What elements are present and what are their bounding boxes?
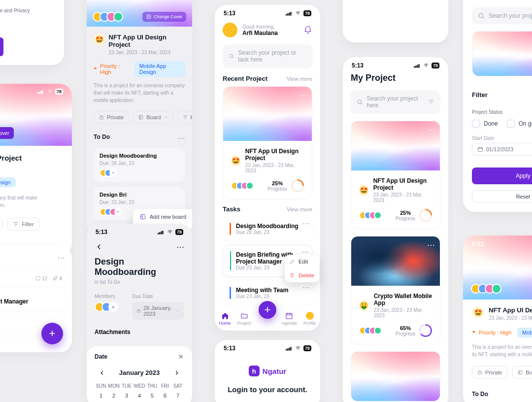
change-cover-button[interactable]: Change Cover	[142, 12, 186, 22]
detail-desc-frag: n overseas company that will make a mobi…	[0, 194, 63, 209]
signup-button[interactable]: Sign up	[0, 37, 3, 56]
view-more[interactable]: View more	[287, 76, 312, 82]
project-title[interactable]: Crypto Wallet Mobile App	[374, 293, 432, 306]
signal-icon	[286, 11, 293, 16]
status-time: 5:13	[224, 345, 235, 352]
more-icon[interactable]: ⋯	[302, 220, 309, 228]
priority-flag: Priority : High	[94, 63, 130, 75]
filter-done[interactable]: Done	[472, 120, 498, 128]
board-chip[interactable]: Board	[133, 111, 173, 124]
detail-tag[interactable]: Mobile App Design	[134, 61, 185, 77]
project-dates: 23 Jan, 2023 - 23 Mar, 2023	[373, 192, 432, 203]
status-time: 5:13	[224, 10, 235, 17]
wifi-icon	[423, 63, 430, 68]
task-title: g with Project Manager	[0, 298, 28, 305]
nav-profile[interactable]: Profile	[303, 312, 316, 326]
status-icons: 78	[286, 345, 311, 351]
tasks-title: Tasks	[223, 205, 240, 213]
svg-rect-28	[287, 348, 288, 351]
page-title: My Project	[472, 0, 532, 0]
project-emoji: 🤩	[94, 34, 105, 45]
start-date-input[interactable]: 01/12/2023	[472, 143, 532, 156]
nav-project[interactable]: Project	[237, 312, 251, 326]
brand-logo: h	[249, 366, 260, 376]
greeting: Good morning,	[242, 24, 278, 30]
svg-rect-16	[161, 231, 162, 234]
detail-tag[interactable]: Mobile App Design	[0, 177, 16, 187]
svg-rect-30	[290, 347, 291, 351]
chevron-left-icon[interactable]	[99, 369, 105, 376]
nav-agenda[interactable]: Agenda	[282, 312, 297, 326]
battery-badge: 78	[432, 63, 439, 68]
svg-rect-35	[418, 64, 419, 68]
comments-count: 12	[35, 275, 47, 281]
reset-button[interactable]: Reset	[472, 190, 532, 203]
lock-icon	[477, 370, 482, 375]
more-icon[interactable]: ⋯	[176, 242, 184, 252]
filter-chip[interactable]: Filter	[7, 218, 39, 231]
svg-point-31	[298, 350, 299, 350]
search-input[interactable]: Search your project here	[351, 90, 440, 114]
fab-add[interactable]: +	[259, 301, 276, 319]
search-input[interactable]: Search your project or task here	[223, 44, 312, 68]
calendar-icon	[137, 308, 140, 313]
more-icon[interactable]: ⋯	[299, 91, 307, 100]
avatar-add[interactable]: +	[108, 302, 118, 312]
close-icon[interactable]	[177, 353, 184, 360]
wifi-icon	[295, 346, 301, 351]
battery-badge: 78	[303, 345, 311, 351]
board-chip[interactable]: Board	[512, 366, 532, 379]
members-label: Members	[95, 294, 118, 299]
task-row[interactable]: Design MoodboardingDue 26 Jan, 23⋯	[223, 217, 312, 241]
apply-button[interactable]: Apply	[472, 168, 532, 184]
filter-ongoing[interactable]: On going	[507, 120, 532, 128]
progress-ring	[419, 324, 432, 337]
chevron-right-icon[interactable]	[173, 369, 180, 376]
svg-rect-40	[478, 372, 482, 374]
priority-flag: Priority : High	[472, 330, 511, 335]
add-board-option[interactable]: Add new board	[133, 209, 192, 225]
back-icon[interactable]	[95, 242, 103, 251]
todo-item-title[interactable]: Design Moodboarding	[100, 153, 179, 159]
todo-item-title[interactable]: Design Bri	[100, 192, 179, 198]
attachments-count: 4	[52, 275, 62, 281]
nav-home[interactable]: Home	[219, 312, 231, 326]
login-panel: 5:13 78 h Ngatur Login to your account.	[215, 340, 320, 402]
edit-option[interactable]: Edit	[285, 255, 319, 268]
filter-chip[interactable]: Filter	[177, 111, 192, 124]
task-detail-panel: 5:13 78 ⋯ Design Moodboarding in list To…	[87, 224, 192, 402]
search-icon	[357, 99, 363, 105]
bell-icon[interactable]	[303, 26, 312, 34]
signal-icon	[286, 346, 293, 351]
detail-title: NFT App UI Design Project	[109, 34, 185, 48]
avatar-add[interactable]: +	[114, 208, 122, 216]
avatar[interactable]	[223, 23, 237, 37]
board-chip[interactable]: Board	[0, 218, 2, 231]
myproject-panel: 5:13 78 My Project Search your project h…	[343, 57, 448, 402]
todo-heading: To Do	[94, 134, 110, 143]
progress-label: Progress	[396, 331, 415, 336]
more-icon[interactable]: ⋯	[57, 254, 65, 262]
more-icon[interactable]: ⋯	[427, 240, 435, 250]
avatar-add[interactable]: +	[109, 169, 117, 177]
delete-option[interactable]: Delete	[285, 268, 319, 282]
change-cover-button[interactable]: Change Cover	[0, 127, 14, 139]
project-title[interactable]: NFT App UI Design Project	[245, 148, 304, 162]
private-chip[interactable]: Private	[472, 366, 507, 379]
more-icon[interactable]: ⋯	[302, 284, 309, 292]
more-icon[interactable]: ⋯	[177, 134, 185, 143]
status-icons: 78	[158, 229, 183, 235]
private-chip[interactable]: Private	[94, 111, 129, 124]
progress-ring	[291, 179, 304, 192]
edit-icon	[290, 259, 295, 264]
more-icon[interactable]: ⋯	[427, 125, 435, 134]
fab-add[interactable]: +	[41, 323, 63, 344]
detail-tag[interactable]: Mobile App	[517, 328, 532, 337]
project-title[interactable]: NFT App UI Design Project	[373, 177, 432, 191]
calendar-month: January 2023	[119, 369, 160, 376]
detail-fragment-right: 5:13 🤩 NFT App UI Design I 23 Jan, 2023 …	[463, 235, 532, 402]
search-input[interactable]: Search your project here	[472, 7, 532, 24]
due-date-chip[interactable]: 26 January, 2023	[132, 302, 184, 320]
filter-icon[interactable]	[428, 99, 434, 105]
view-more[interactable]: View more	[287, 206, 312, 212]
